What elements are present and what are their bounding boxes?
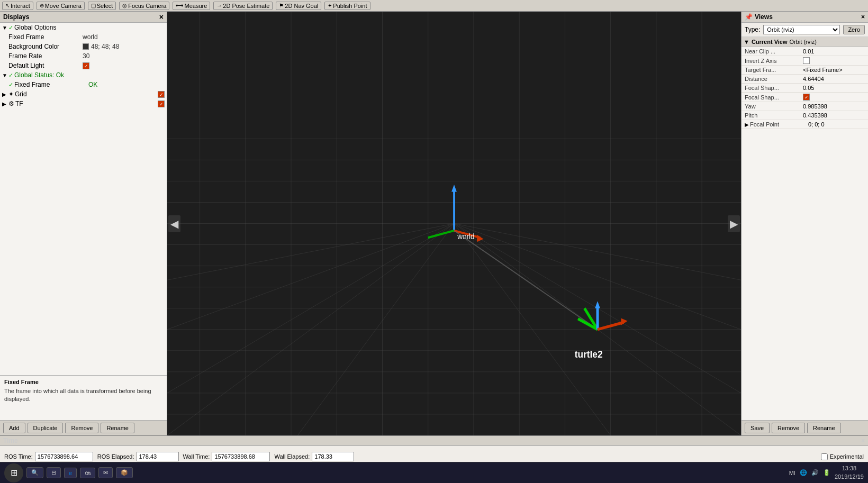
views-type-select[interactable]: Orbit (rviz) FPS (rviz) TopDownOrtho — [763, 25, 840, 34]
rename-button[interactable]: Rename — [101, 423, 134, 433]
tf-checkbox[interactable]: ✓ — [158, 101, 165, 107]
global-options-row[interactable]: ▼ ✓ Global Options — [0, 23, 167, 32]
select-button[interactable]: ▢ Select — [88, 2, 116, 10]
nav-left-arrow[interactable]: ◀ — [168, 215, 180, 232]
svg-text:turtle2: turtle2 — [575, 349, 603, 360]
pose-estimate-button[interactable]: → 2D Pose Estimate — [213, 2, 273, 10]
views-remove-button[interactable]: Remove — [772, 423, 805, 433]
invert-z-checkbox[interactable] — [803, 57, 810, 64]
info-title: Fixed Frame — [4, 379, 162, 385]
default-light-checkbox[interactable]: ✓ — [83, 62, 89, 69]
ros-time-group: ROS Time: — [4, 452, 93, 461]
displays-close-button[interactable]: × — [159, 13, 164, 21]
wall-time-group: Wall Time: — [183, 452, 270, 461]
viewport[interactable]: world turtle2 ◀ ▶ — [167, 12, 741, 435]
views-save-button[interactable]: Save — [745, 423, 770, 433]
frame-rate-row[interactable]: Frame Rate 30 — [0, 51, 167, 61]
remove-button[interactable]: Remove — [65, 423, 98, 433]
ros-time-label: ROS Time: — [4, 453, 33, 460]
add-button[interactable]: Add — [3, 423, 25, 433]
views-close-button[interactable]: × — [861, 13, 865, 21]
duplicate-button[interactable]: Duplicate — [28, 423, 64, 433]
windows-icon: ⊞ — [11, 468, 17, 478]
focal-point-row[interactable]: ▶ Focal Point 0; 0; 0 — [742, 120, 868, 129]
start-button[interactable]: ⊞ — [4, 463, 23, 482]
fixed-frame-ok-value: OK — [88, 81, 97, 88]
taskbar-view-button[interactable]: ⊟ — [47, 467, 61, 478]
views-title: Views — [755, 13, 861, 21]
global-status-label: Global Status: Ok — [14, 71, 88, 79]
time-close-button[interactable]: × — [861, 437, 865, 444]
ros-elapsed-group: ROS Elapsed: — [97, 452, 179, 461]
publish-point-button[interactable]: ✦ Publish Point — [324, 2, 370, 10]
ros-elapsed-label: ROS Elapsed: — [97, 453, 134, 460]
background-color-row[interactable]: Background Color 48; 48; 48 — [0, 42, 167, 51]
check-icon: ✓ — [8, 24, 13, 31]
current-view-type: Orbit (rviz) — [790, 39, 817, 45]
taskbar-search-button[interactable]: 🔍 — [26, 467, 43, 478]
time-title: Time — [3, 437, 18, 444]
invert-z-key: Invert Z Axis — [745, 58, 803, 64]
wall-elapsed-group: Wall Elapsed: — [274, 452, 354, 461]
experimental-label: Experimental — [830, 453, 864, 460]
nav-goal-button[interactable]: ⚑ 2D Nav Goal — [276, 2, 321, 10]
focal-shape-vis-key: Focal Shap... — [745, 94, 803, 101]
focal-shape-size-value: 0.05 — [803, 85, 814, 91]
pitch-value: 0.435398 — [803, 112, 827, 119]
target-frame-key: Target Fra... — [745, 67, 803, 73]
experimental-checkbox[interactable] — [821, 453, 828, 460]
views-type-label: Type: — [745, 26, 760, 33]
focal-shape-vis-row: Focal Shap... ✓ — [742, 93, 868, 102]
invert-z-row: Invert Z Axis — [742, 56, 868, 66]
near-clip-value: 0.01 — [803, 48, 814, 54]
taskbar-store-button[interactable]: 🛍 — [80, 468, 95, 478]
taskbar-app-button[interactable]: 📦 — [116, 467, 133, 478]
focal-shape-vis-checkbox[interactable]: ✓ — [803, 94, 810, 101]
info-text: The frame into which all data is transfo… — [4, 387, 162, 404]
expand-icon4: ▶ — [2, 101, 8, 107]
taskbar-mi-icon: MI — [789, 470, 795, 476]
wall-elapsed-input[interactable] — [312, 452, 354, 461]
nav-right-arrow[interactable]: ▶ — [728, 215, 740, 232]
fixed-frame-ok-row[interactable]: ✓ Fixed Frame OK — [0, 80, 167, 89]
grid-row[interactable]: ▶ ✦ Grid ✓ — [0, 89, 167, 99]
ros-time-input[interactable] — [35, 452, 93, 461]
displays-header: Displays × — [0, 12, 167, 23]
taskbar-ie-button[interactable]: e — [64, 468, 77, 478]
svg-text:world: world — [457, 232, 474, 241]
toolbar: ↖ Interact ⊕ Move Camera ▢ Select ◎ Focu… — [0, 0, 868, 12]
wall-time-label: Wall Time: — [183, 453, 210, 460]
zero-button[interactable]: Zero — [843, 25, 865, 34]
measure-button[interactable]: ⟷ Measure — [173, 2, 210, 10]
scene-svg: world turtle2 — [167, 12, 741, 435]
pitch-key: Pitch — [745, 112, 803, 119]
default-light-row[interactable]: Default Light ✓ — [0, 61, 167, 70]
taskbar: ⊞ 🔍 ⊟ e 🛍 ✉ 📦 MI 🌐 🔊 🔋 13:38 2019/12/19 — [0, 462, 868, 483]
move-camera-button[interactable]: ⊕ Move Camera — [37, 2, 85, 10]
current-view-header[interactable]: ▼ Current View Orbit (rviz) — [742, 37, 868, 47]
fixed-frame-row[interactable]: Fixed Frame world — [0, 32, 167, 42]
interact-button[interactable]: ↖ Interact — [2, 2, 33, 10]
grid-checkbox[interactable]: ✓ — [158, 91, 165, 98]
clock[interactable]: 13:38 2019/12/19 — [835, 464, 864, 481]
ros-elapsed-input[interactable] — [137, 452, 179, 461]
yaw-key: Yaw — [745, 103, 803, 110]
wall-time-input[interactable] — [212, 452, 270, 461]
views-buttons: Save Remove Rename — [742, 420, 868, 435]
taskbar-network-icon: 🌐 — [800, 469, 807, 476]
taskbar-mail-button[interactable]: ✉ — [98, 467, 113, 478]
cursor-icon: ↖ — [5, 3, 10, 8]
global-options-label: Global Options — [14, 24, 88, 31]
measure-icon: ⟷ — [176, 3, 183, 8]
fixed-frame2-key: Fixed Frame — [14, 81, 88, 88]
publish-icon: ✦ — [328, 3, 332, 8]
displays-info: Fixed Frame The frame into which all dat… — [0, 375, 167, 420]
focus-camera-button[interactable]: ◎ Focus Camera — [119, 2, 169, 10]
global-status-row[interactable]: ▼ ✓ Global Status: Ok — [0, 70, 167, 80]
taskbar-volume-icon: 🔊 — [811, 469, 819, 476]
views-rename-button[interactable]: Rename — [807, 423, 841, 433]
near-clip-row: Near Clip ... 0.01 — [742, 47, 868, 56]
expand-icon: ▼ — [2, 25, 8, 31]
current-view-label: Current View — [752, 39, 788, 45]
tf-row[interactable]: ▶ ⚙ TF ✓ — [0, 99, 167, 108]
